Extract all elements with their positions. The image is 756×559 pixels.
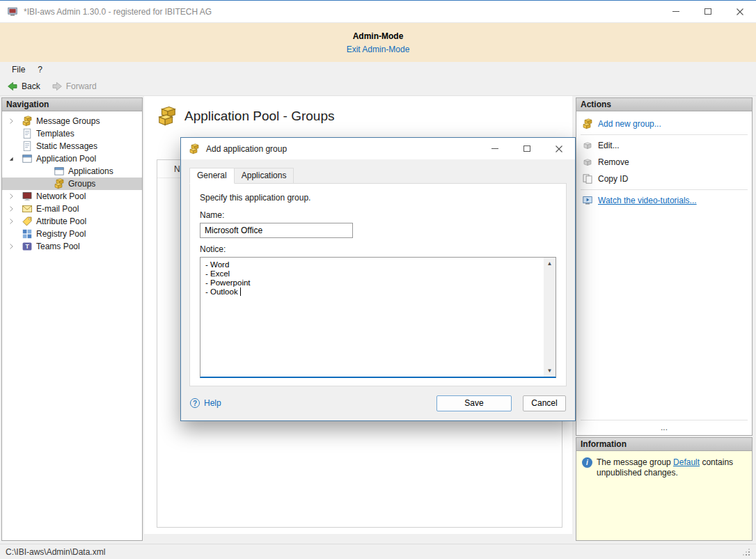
groups-icon — [54, 178, 65, 189]
nav-item-label: Message Groups — [36, 116, 100, 126]
nav-item-network-pool[interactable]: Network Pool — [2, 190, 142, 203]
nav-item-static-messages[interactable]: Static Messages — [2, 140, 142, 152]
back-label: Back — [22, 81, 40, 91]
cancel-button[interactable]: Cancel — [523, 395, 566, 411]
nav-item-message-groups[interactable]: Message Groups — [2, 115, 142, 127]
nav-item-label: Attribute Pool — [36, 216, 86, 226]
action-label: Add new group... — [598, 119, 661, 129]
notice-field: - Word - Excel - Powerpoint - Outlook ▲ … — [200, 257, 556, 378]
help-link[interactable]: ? Help — [190, 398, 221, 408]
nav-item-attribute-pool[interactable]: Attribute Pool — [2, 215, 142, 228]
information-panel: Information i The message group Default … — [576, 437, 753, 541]
chevron-down-icon[interactable] — [7, 155, 15, 163]
notice-scrollbar[interactable]: ▲ ▼ — [544, 258, 556, 377]
dialog-footer: ? Help Save Cancel — [181, 386, 575, 420]
add-application-group-dialog: Add application group General Applicatio… — [180, 137, 576, 421]
attribute-pool-icon — [22, 216, 33, 227]
chevron-right-icon[interactable] — [7, 205, 15, 213]
dialog-description: Specify this application group. — [200, 193, 556, 203]
dialog-title: Add application group — [206, 144, 287, 154]
menu-file[interactable]: File — [6, 63, 31, 76]
teams-pool-icon — [22, 241, 33, 252]
dialog-window-controls — [479, 138, 575, 159]
navigation-panel-header: Navigation — [1, 97, 143, 111]
chevron-right-icon[interactable] — [7, 242, 15, 251]
help-icon: ? — [190, 398, 200, 408]
back-button[interactable]: Back — [7, 81, 40, 92]
action-copy-id[interactable]: Copy ID — [576, 171, 752, 187]
nav-item-label: Templates — [36, 129, 74, 139]
nav-item-label: Groups — [68, 179, 95, 189]
forward-button[interactable]: Forward — [52, 81, 97, 92]
nav-item-registry-pool[interactable]: Registry Pool — [2, 228, 142, 240]
action-edit[interactable]: Edit... — [576, 137, 752, 154]
nav-item-label: Teams Pool — [36, 242, 80, 251]
static-messages-icon — [22, 141, 33, 152]
action-watch-video-tutorials[interactable]: Watch the video-tutorials... — [576, 192, 752, 209]
nav-item-label: Applications — [68, 166, 113, 176]
chevron-right-icon[interactable] — [7, 117, 15, 125]
actions-spacer — [576, 209, 752, 418]
forward-label: Forward — [66, 81, 97, 91]
dialog-close-button[interactable] — [543, 138, 575, 159]
dialog-titlebar: Add application group — [181, 138, 575, 159]
application-pool-icon — [22, 153, 33, 164]
admin-mode-banner: Admin-Mode Exit Admin-Mode — [0, 23, 756, 62]
minimize-button[interactable] — [660, 1, 692, 22]
resize-grip[interactable] — [742, 548, 750, 556]
tab-applications[interactable]: Applications — [235, 168, 294, 184]
message-groups-icon — [22, 116, 33, 127]
notice-textarea[interactable]: - Word - Excel - Powerpoint - Outlook — [200, 258, 556, 377]
info-text-before: The message group — [597, 457, 673, 467]
registry-pool-icon — [22, 228, 33, 239]
nav-item-teams-pool[interactable]: Teams Pool — [2, 240, 142, 253]
actions-divider — [581, 420, 748, 420]
nav-item-label: Network Pool — [36, 191, 86, 201]
information-panel-header: Information — [576, 437, 753, 451]
name-input[interactable] — [200, 223, 353, 238]
info-icon: i — [582, 457, 592, 468]
dialog-buttons: Save Cancel — [436, 395, 566, 411]
action-label: Copy ID — [598, 174, 628, 184]
action-add-new-group[interactable]: Add new group... — [576, 116, 752, 132]
navigation-toolbar: Back Forward — [0, 77, 756, 96]
nav-item-groups[interactable]: Groups — [2, 178, 142, 190]
minimize-icon — [672, 11, 679, 12]
information-message: The message group Default contains unpub… — [597, 457, 746, 478]
chevron-right-icon[interactable] — [7, 217, 15, 226]
back-arrow-icon — [7, 81, 18, 92]
exit-admin-mode-link[interactable]: Exit Admin-Mode — [347, 45, 410, 54]
dialog-maximize-button[interactable] — [511, 138, 543, 159]
dialog-minimize-button[interactable] — [479, 138, 511, 159]
menu-help[interactable]: ? — [31, 63, 49, 76]
save-button[interactable]: Save — [436, 395, 512, 411]
video-tutorials-icon — [582, 195, 593, 206]
page-heading: Application Pool - Groups — [144, 96, 572, 127]
close-button[interactable] — [724, 1, 756, 22]
nav-item-email-pool[interactable]: E-mail Pool — [2, 203, 142, 215]
maximize-icon — [523, 145, 530, 152]
tab-general[interactable]: General — [189, 168, 235, 184]
actions-more[interactable]: ... — [576, 423, 752, 435]
page-title: Application Pool - Groups — [184, 109, 334, 124]
action-remove[interactable]: Remove — [576, 154, 752, 171]
notice-label: Notice: — [200, 244, 556, 254]
chevron-right-icon[interactable] — [7, 192, 15, 200]
app-icon — [7, 6, 18, 17]
default-group-link[interactable]: Default — [673, 457, 700, 467]
action-label: Remove — [598, 157, 629, 167]
nav-item-applications[interactable]: Applications — [2, 165, 142, 178]
nav-item-application-pool[interactable]: Application Pool — [2, 152, 142, 165]
email-pool-icon — [22, 203, 33, 214]
nav-item-label: Application Pool — [36, 154, 96, 164]
maximize-button[interactable] — [692, 1, 724, 22]
scroll-down-icon[interactable]: ▼ — [544, 365, 556, 377]
navigation-tree: Message Groups Templates Static Messages… — [1, 111, 143, 541]
maximize-icon — [704, 8, 711, 15]
navigation-panel: Navigation Message Groups Templates Stat… — [1, 97, 143, 541]
nav-item-templates[interactable]: Templates — [2, 127, 142, 140]
templates-icon — [22, 128, 33, 139]
actions-divider — [581, 189, 748, 190]
window-title: *IBI-aws Admin 1.30.0 - registered for I… — [24, 7, 212, 17]
scroll-up-icon[interactable]: ▲ — [544, 258, 556, 269]
